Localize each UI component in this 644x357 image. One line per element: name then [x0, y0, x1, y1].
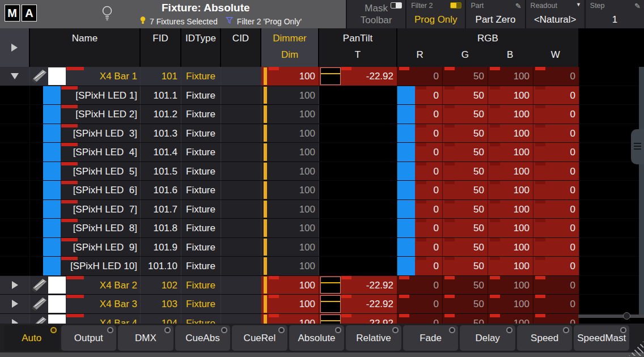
cell-dimmer[interactable]: 100 [261, 238, 319, 257]
cell-white[interactable]: 0 [533, 181, 579, 199]
cell-white[interactable]: 0 [533, 143, 579, 162]
cell-dimmer[interactable]: 100 [261, 105, 319, 124]
cell-blue[interactable]: 100 [488, 162, 533, 181]
cell-green[interactable]: 50 [443, 314, 488, 324]
cell-tilt[interactable] [319, 200, 397, 219]
cell-dimmer[interactable]: 100 [261, 143, 319, 162]
cell-fid[interactable]: 101.3 [141, 124, 181, 143]
column-header-b[interactable]: B [488, 49, 533, 61]
cell-fid[interactable]: 104 [141, 314, 181, 324]
cell-dimmer[interactable]: 100 [261, 219, 319, 237]
cell-red[interactable]: 0 [397, 124, 443, 143]
cell-green[interactable]: 50 [443, 181, 488, 199]
cell-blue[interactable]: 100 [488, 238, 533, 257]
cell-tilt[interactable] [319, 181, 397, 199]
cell-green[interactable]: 50 [443, 276, 488, 295]
cell-dimmer[interactable]: 100 [261, 314, 319, 324]
cell-name[interactable]: X4 Bar 4 [30, 314, 141, 324]
cell-name[interactable]: X4 Bar 2 [30, 276, 141, 295]
tab-dmx[interactable]: DMX [118, 325, 173, 351]
cell-red[interactable]: 0 [397, 67, 443, 86]
cell-fid[interactable]: 101.6 [141, 181, 181, 199]
cell-idtype[interactable]: Fixture [181, 200, 221, 219]
cell-name[interactable]: X4 Bar 1 [30, 67, 141, 86]
cell-name[interactable]: [SPixH LED 1] [30, 86, 141, 105]
vertical-scrollbar-handle[interactable] [631, 129, 644, 164]
cell-red[interactable]: 0 [397, 86, 443, 105]
cell-white[interactable]: 0 [533, 219, 579, 237]
cell-cid[interactable] [221, 276, 261, 295]
cell-idtype[interactable]: Fixture [181, 238, 221, 257]
cell-blue[interactable]: 100 [488, 105, 533, 124]
horizontal-scrollbar-track[interactable] [578, 314, 644, 318]
cell-name[interactable]: [SPixH LED 9] [30, 238, 141, 257]
cell-green[interactable]: 50 [443, 238, 488, 257]
cell-blue[interactable]: 100 [488, 86, 533, 105]
cell-fid[interactable]: 101.4 [141, 143, 181, 162]
cell-white[interactable]: 0 [533, 200, 579, 219]
cell-dimmer[interactable]: 100 [261, 276, 319, 295]
cell-idtype[interactable]: Fixture [181, 162, 221, 181]
cell-fid[interactable]: 101.8 [141, 219, 181, 237]
cell-idtype[interactable]: Fixture [181, 143, 221, 162]
cell-dimmer[interactable]: 100 [261, 86, 319, 105]
cell-green[interactable]: 50 [443, 219, 488, 237]
tab-absolute[interactable]: Absolute [289, 325, 345, 351]
cell-red[interactable]: 0 [397, 105, 443, 124]
cell-dimmer[interactable]: 100 [261, 124, 319, 143]
cell-cid[interactable] [221, 143, 261, 162]
tab-delay[interactable]: Delay [460, 325, 515, 351]
column-header-dimmer[interactable]: Dimmer Dim [261, 28, 319, 67]
cell-red[interactable]: 0 [397, 314, 443, 324]
cell-tilt[interactable] [319, 162, 397, 181]
cell-red[interactable]: 0 [397, 295, 443, 313]
row-expand-toggle[interactable] [0, 295, 30, 313]
cell-red[interactable]: 0 [397, 257, 443, 275]
cell-cid[interactable] [221, 105, 261, 124]
cell-tilt[interactable] [319, 219, 397, 237]
cell-green[interactable]: 50 [443, 143, 488, 162]
scrollbar-knob[interactable] [623, 312, 630, 320]
cell-red[interactable]: 0 [397, 200, 443, 219]
cell-cid[interactable] [221, 238, 261, 257]
cell-cid[interactable] [221, 124, 261, 143]
cell-name[interactable]: [SPixH LED 7] [30, 200, 141, 219]
cell-cid[interactable] [221, 162, 261, 181]
cell-blue[interactable]: 100 [488, 200, 533, 219]
window-title-area[interactable]: M A Fixture: Absolute 7 Fixtures Selecte… [0, 0, 346, 28]
cell-name[interactable]: [SPixH LED 10] [30, 257, 141, 275]
column-header-name[interactable]: Name [30, 28, 141, 67]
cell-white[interactable]: 0 [533, 105, 579, 124]
tab-speedmast[interactable]: SpeedMast [574, 325, 629, 351]
tab-relative[interactable]: Relative [346, 325, 401, 351]
cell-fid[interactable]: 101.7 [141, 200, 181, 219]
cell-blue[interactable]: 100 [488, 314, 533, 324]
column-header-g[interactable]: G [443, 49, 488, 61]
cell-tilt[interactable]: -22.92 [319, 314, 397, 324]
cell-tilt[interactable]: -22.92 [319, 295, 397, 313]
cell-green[interactable]: 50 [443, 162, 488, 181]
cell-idtype[interactable]: Fixture [181, 257, 221, 275]
cell-idtype[interactable]: Fixture [181, 105, 221, 124]
cell-blue[interactable]: 100 [488, 181, 533, 199]
cell-blue[interactable]: 100 [488, 295, 533, 313]
cell-green[interactable]: 50 [443, 200, 488, 219]
cell-green[interactable]: 50 [443, 295, 488, 313]
cell-fid[interactable]: 101.5 [141, 162, 181, 181]
cell-tilt[interactable] [319, 238, 397, 257]
cell-dimmer[interactable]: 100 [261, 200, 319, 219]
cell-name[interactable]: [SPixH LED 6] [30, 181, 141, 199]
expand-all-button[interactable] [0, 28, 30, 67]
cell-blue[interactable]: 100 [488, 257, 533, 275]
cell-tilt[interactable] [319, 124, 397, 143]
tab-cuerel[interactable]: CueRel [232, 325, 287, 351]
cell-name[interactable]: [SPixH LED 5] [30, 162, 141, 181]
tab-output[interactable]: Output [61, 325, 117, 351]
cell-blue[interactable]: 100 [488, 143, 533, 162]
column-header-cid[interactable]: CID [221, 28, 261, 67]
cell-tilt[interactable] [319, 86, 397, 105]
column-header-idtype[interactable]: IDType [181, 28, 221, 67]
cell-name[interactable]: [SPixH LED 8] [30, 219, 141, 237]
cell-red[interactable]: 0 [397, 219, 443, 237]
cell-blue[interactable]: 100 [488, 219, 533, 237]
